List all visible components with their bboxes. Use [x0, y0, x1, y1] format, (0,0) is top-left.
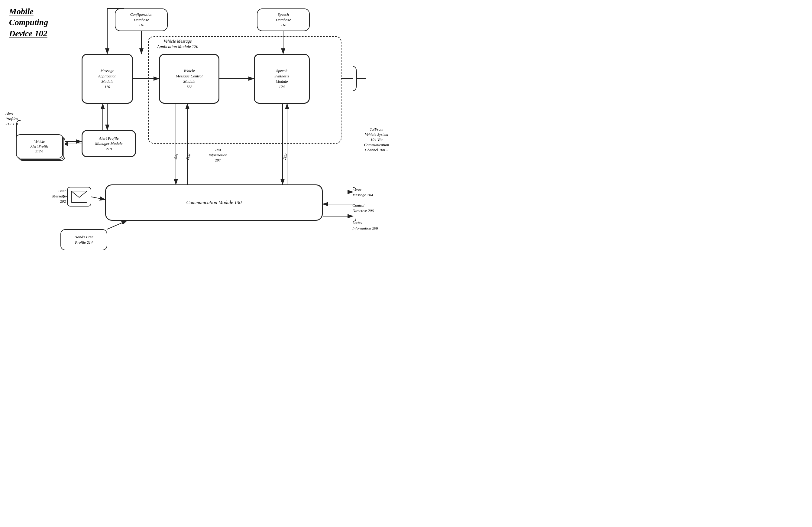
- vehicle-alert-profile-box: Vehicle Alert Profile 212-1: [16, 134, 63, 158]
- to-from-label: To/From Vehicle System 104 Via Communica…: [352, 127, 401, 152]
- control-dir-label: Control Directive 206: [352, 203, 401, 213]
- msg-app-box: Message Application Module 110: [82, 54, 133, 104]
- arrow-206-label: 206: [185, 153, 192, 160]
- envelope-svg: [71, 191, 87, 203]
- event-msg-label: Event Message 204: [352, 187, 401, 198]
- speech-synth-box: Speech Synthesis Module 124: [254, 54, 310, 104]
- title: Mobile Computing Device 102: [9, 6, 48, 39]
- arrow-204-label: 204: [173, 153, 179, 160]
- vm-app-label: Vehicle Message Application Module 120: [157, 39, 198, 49]
- user-message-label: User Message 202: [51, 189, 66, 204]
- envelope-icon: [67, 187, 91, 206]
- audio-info-label: Audio Information 208: [352, 221, 401, 231]
- svg-line-17: [91, 197, 105, 200]
- alert-profile-mgr-box: Alert Profile Manager Module 210: [82, 130, 136, 157]
- comm-module-box: Communication Module 130: [105, 184, 323, 221]
- text-info-label: Text Information 207: [208, 147, 227, 163]
- diagram: Mobile Computing Device 102 Configuratio…: [0, 0, 406, 264]
- svg-line-18: [107, 221, 127, 229]
- speech-db-box: Speech Database 218: [257, 9, 310, 31]
- vm-control-box: Vehicle Message Control Module 122: [159, 54, 219, 104]
- alert-profiles-label: Alert Profiles 212-1-p: [5, 111, 18, 127]
- config-db-box: Configuration Database 216: [115, 9, 168, 31]
- arrow-208-label: 208: [282, 153, 289, 160]
- hands-free-box: Hands-Free Profile 214: [60, 229, 107, 250]
